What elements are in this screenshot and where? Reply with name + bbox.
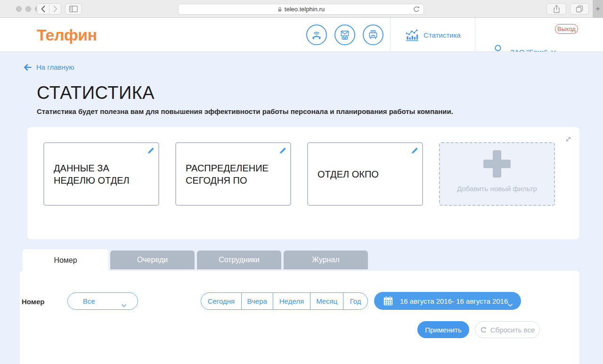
browser-share-button[interactable]: [546, 3, 566, 15]
nav-statistics-label: Статистика: [424, 31, 461, 39]
number-filter-label: Номер: [22, 298, 44, 306]
page-subtitle: Статистика будет полезна вам для повышен…: [37, 107, 453, 115]
filter-card-label: РАСПРЕДЕЛЕНИЕ СЕГОДНЯ ПО: [186, 162, 277, 186]
browser-nav-group: [37, 3, 61, 15]
edit-pencil-icon[interactable]: [147, 147, 154, 156]
page-title: СТАТИСТИКА: [37, 83, 155, 103]
url-text: teleo.telphin.ru: [285, 6, 325, 13]
filter-card-okpo-dept[interactable]: ОТДЕЛ ОКПО: [307, 142, 423, 206]
chevron-down-icon: [122, 300, 126, 308]
window-minimize-button[interactable]: [25, 6, 31, 12]
add-filter-label: Добавить новый фильтр: [440, 185, 554, 193]
browser-address-bar[interactable]: teleo.telphin.ru: [178, 4, 424, 15]
expand-icon: [564, 135, 573, 144]
reset-refresh-icon: [480, 326, 487, 333]
filter-card-week-dept[interactable]: ДАННЫЕ ЗА НЕДЕЛЮ ОТДЕЛ: [43, 142, 159, 206]
nav-statistics[interactable]: Статистика: [390, 18, 475, 52]
app-header: Телфин: [0, 18, 603, 52]
browser-tab-overview-button[interactable]: [570, 3, 589, 15]
browser-sidebar-button[interactable]: [65, 3, 82, 15]
share-icon: [553, 5, 560, 13]
forward-chevron-icon: [53, 6, 57, 12]
back-chevron-icon: [41, 6, 45, 12]
period-segmented-control: Сегодня Вчера Неделя Месяц Год: [201, 292, 368, 310]
logout-button[interactable]: Выход: [555, 24, 578, 34]
back-to-home-link[interactable]: На главную: [24, 63, 74, 71]
expand-panel-button[interactable]: [564, 135, 573, 146]
chevron-down-icon: [508, 300, 513, 308]
tab-content-panel: [20, 271, 579, 364]
period-week-button[interactable]: Неделя: [273, 293, 310, 309]
browser-back-button[interactable]: [37, 4, 49, 14]
tab-queues[interactable]: Очереди: [110, 251, 195, 269]
filter-card-label: ДАННЫЕ ЗА НЕДЕЛЮ ОТДЕЛ: [54, 162, 146, 186]
date-range-value: 16 августа 2016- 16 августа 2016: [400, 297, 508, 305]
plus-icon: +: [595, 4, 600, 14]
browser-toolbar: teleo.telphin.ru +: [0, 0, 603, 18]
number-select[interactable]: Все: [67, 292, 138, 310]
period-yesterday-button[interactable]: Вчера: [241, 293, 273, 309]
saved-filters-panel: ДАННЫЕ ЗА НЕДЕЛЮ ОТДЕЛ РАСПРЕДЕЛЕНИЕ СЕГ…: [27, 127, 579, 239]
filter-cards-row: ДАННЫЕ ЗА НЕДЕЛЮ ОТДЕЛ РАСПРЕДЕЛЕНИЕ СЕГ…: [43, 142, 555, 206]
voicemail-icon: [339, 29, 351, 41]
screen: teleo.telphin.ru +: [0, 0, 603, 364]
filter-card-today-distribution[interactable]: РАСПРЕДЕЛЕНИЕ СЕГОДНЯ ПО: [175, 142, 291, 206]
edit-pencil-icon[interactable]: [411, 147, 418, 156]
telfin-logo[interactable]: Телфин: [37, 26, 97, 44]
window-close-button[interactable]: [16, 6, 22, 12]
left-arrow-icon: [24, 64, 32, 71]
back-link-label: На главную: [36, 63, 74, 71]
tab-employees[interactable]: Сотрудники: [197, 251, 281, 269]
period-today-button[interactable]: Сегодня: [201, 293, 241, 309]
tab-number[interactable]: Номер: [23, 249, 108, 271]
plus-icon: [483, 150, 511, 178]
sidebar-icon: [69, 6, 78, 12]
period-month-button[interactable]: Месяц: [310, 293, 343, 309]
fax-icon: [367, 29, 379, 41]
browser-new-tab-button[interactable]: +: [593, 0, 603, 18]
date-range-picker[interactable]: 16 августа 2016- 16 августа 2016: [374, 292, 521, 310]
reset-all-label: Сбросить все: [490, 326, 535, 334]
number-select-value: Все: [83, 297, 95, 305]
reload-icon: [413, 6, 420, 13]
reset-all-button[interactable]: Сбросить все: [475, 321, 540, 338]
voicemail-button[interactable]: [334, 24, 355, 45]
tabs-overview-icon: [576, 5, 583, 13]
phone-calls-button[interactable]: [306, 24, 327, 45]
statistics-icon: [405, 28, 419, 41]
browser-forward-button[interactable]: [49, 4, 61, 14]
filter-card-label: ОТДЕЛ ОКПО: [318, 168, 409, 180]
add-filter-card[interactable]: Добавить новый фильтр: [439, 142, 555, 206]
period-year-button[interactable]: Год: [343, 293, 367, 309]
edit-pencil-icon[interactable]: [279, 147, 286, 156]
calendar-icon: [383, 295, 394, 307]
fax-button[interactable]: [363, 24, 383, 45]
header-service-icons: [306, 24, 383, 45]
apply-button[interactable]: Применить: [417, 321, 469, 338]
phone-icon: [310, 29, 323, 41]
tab-journal[interactable]: Журнал: [284, 251, 368, 269]
lock-icon: [277, 6, 282, 12]
reload-button[interactable]: [413, 6, 420, 15]
